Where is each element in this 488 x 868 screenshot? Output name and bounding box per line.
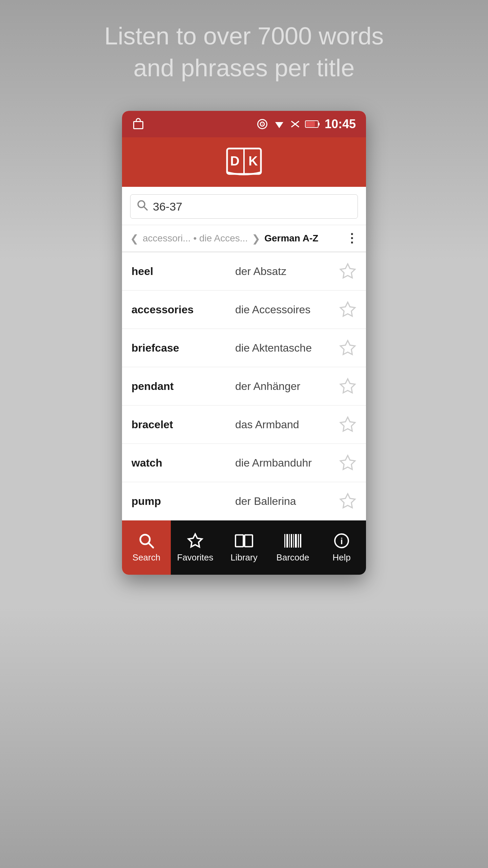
status-right: 10:45 (256, 117, 356, 131)
status-bar: 10:45 (122, 111, 366, 137)
nav-item-library[interactable]: Library (220, 520, 268, 575)
nav-item-help[interactable]: i Help (317, 520, 366, 575)
svg-rect-27 (286, 534, 288, 548)
svg-marker-17 (340, 379, 355, 393)
nav-library-label: Library (230, 552, 257, 563)
dk-logo: D K (225, 147, 263, 177)
svg-rect-28 (289, 534, 290, 548)
word-row[interactable]: heelder Absatz (122, 252, 366, 291)
favorite-star-icon[interactable] (339, 262, 357, 280)
word-row[interactable]: pendantder Anhänger (122, 367, 366, 406)
nav-search-label: Search (133, 552, 160, 563)
svg-rect-24 (236, 535, 243, 547)
svg-marker-15 (340, 302, 355, 316)
word-english: pump (131, 495, 235, 508)
nav-item-search[interactable]: Search (122, 520, 171, 575)
nav-help-label: Help (332, 552, 350, 563)
breadcrumb-back[interactable]: accessori... • die Acces... (143, 233, 248, 244)
forward-chevron-icon: ❯ (252, 233, 260, 244)
search-input-wrapper[interactable] (130, 194, 358, 219)
word-row[interactable]: watchdie Armbanduhr (122, 444, 366, 482)
signal-icon (290, 118, 300, 130)
tagline-line1: Listen to over 7000 words (104, 22, 384, 50)
breadcrumb: ❮ accessori... • die Acces... ❯ German A… (122, 225, 366, 252)
breadcrumb-current: German A-Z (264, 233, 318, 244)
nav-favorites-label: Favorites (177, 552, 214, 563)
word-list: heelder Absatzaccessoriesdie Accessoires… (122, 252, 366, 520)
search-icon (137, 199, 148, 214)
svg-marker-19 (340, 456, 355, 470)
svg-marker-14 (340, 264, 355, 278)
svg-rect-26 (284, 534, 285, 548)
svg-marker-23 (188, 534, 202, 547)
tagline: Listen to over 7000 words and phrases pe… (84, 20, 404, 84)
svg-marker-4 (275, 122, 283, 128)
favorite-star-icon[interactable] (339, 301, 357, 318)
svg-text:K: K (248, 154, 258, 168)
svg-rect-6 (318, 123, 320, 125)
svg-marker-20 (340, 494, 355, 508)
word-english: watch (131, 457, 235, 469)
word-german: der Absatz (235, 265, 339, 278)
svg-line-13 (144, 206, 147, 210)
status-left (132, 118, 144, 130)
word-german: die Armbanduhr (235, 457, 339, 469)
svg-rect-33 (300, 534, 301, 548)
search-input[interactable] (153, 200, 351, 213)
battery-icon (305, 120, 320, 129)
more-options-icon[interactable]: ⋮ (346, 231, 358, 245)
phone-frame: 10:45 D K (122, 111, 366, 575)
svg-rect-25 (245, 535, 252, 547)
svg-marker-16 (340, 341, 355, 355)
word-german: der Ballerina (235, 495, 339, 508)
bottom-nav: Search Favorites Library (122, 520, 366, 575)
word-german: die Aktentasche (235, 342, 339, 354)
svg-rect-30 (293, 534, 294, 548)
svg-text:i: i (340, 536, 343, 546)
word-german: der Anhänger (235, 380, 339, 393)
search-bar-container (122, 187, 366, 225)
target-icon (256, 118, 268, 130)
tagline-line2: and phrases per title (134, 54, 354, 81)
svg-line-22 (148, 543, 153, 548)
nav-library-icon (235, 533, 253, 549)
svg-rect-0 (134, 122, 143, 129)
favorite-star-icon[interactable] (339, 416, 357, 433)
svg-rect-7 (306, 121, 315, 127)
app-header: D K (122, 137, 366, 187)
svg-rect-29 (291, 534, 292, 548)
word-english: accessories (131, 303, 235, 316)
svg-point-3 (262, 124, 263, 125)
favorite-star-icon[interactable] (339, 377, 357, 395)
svg-marker-18 (340, 417, 355, 431)
nav-barcode-label: Barcode (277, 552, 309, 563)
nav-item-barcode[interactable]: Barcode (268, 520, 317, 575)
word-german: das Armband (235, 418, 339, 431)
favorite-star-icon[interactable] (339, 454, 357, 472)
page-wrapper: Listen to over 7000 words and phrases pe… (0, 0, 488, 868)
favorite-star-icon[interactable] (339, 492, 357, 510)
word-german: die Accessoires (235, 303, 339, 316)
svg-rect-32 (298, 534, 299, 548)
favorite-star-icon[interactable] (339, 339, 357, 357)
nav-favorites-icon (187, 533, 203, 549)
word-row[interactable]: accessoriesdie Accessoires (122, 291, 366, 329)
shopping-bag-icon (132, 118, 144, 130)
back-chevron-icon[interactable]: ❮ (130, 233, 139, 244)
word-english: heel (131, 265, 235, 278)
nav-search-icon (138, 533, 155, 549)
word-row[interactable]: braceletdas Armband (122, 406, 366, 444)
word-english: briefcase (131, 342, 235, 354)
nav-item-favorites[interactable]: Favorites (171, 520, 220, 575)
word-row[interactable]: briefcasedie Aktentasche (122, 329, 366, 367)
word-english: bracelet (131, 418, 235, 431)
svg-rect-31 (295, 534, 297, 548)
wifi-icon (273, 119, 285, 129)
nav-barcode-icon (284, 533, 302, 549)
svg-text:D: D (230, 154, 239, 168)
word-english: pendant (131, 380, 235, 393)
time-display: 10:45 (325, 117, 356, 131)
nav-help-icon: i (333, 533, 350, 549)
word-row[interactable]: pumpder Ballerina (122, 482, 366, 520)
